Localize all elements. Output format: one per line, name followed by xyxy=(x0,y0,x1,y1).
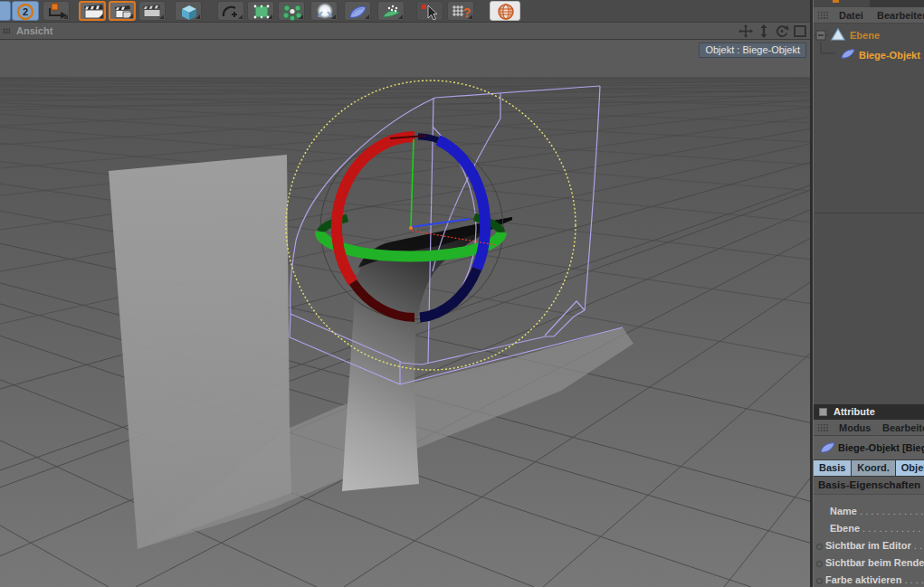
svg-text:2: 2 xyxy=(23,6,28,17)
rotate-icon[interactable] xyxy=(775,24,789,38)
attribute-object-label: Biege-Objekt [Biege] xyxy=(838,442,924,453)
bend-object-icon xyxy=(842,50,854,58)
partial-edge-icon[interactable] xyxy=(0,1,11,21)
add-light-icon[interactable] xyxy=(310,1,338,21)
main-toolbar: 2 xyxy=(0,0,813,23)
panel-grip-icon[interactable] xyxy=(817,11,829,20)
render-active-view-icon[interactable] xyxy=(109,1,136,21)
menu-datei[interactable]: Datei xyxy=(839,10,863,21)
inactive-tab[interactable] xyxy=(870,0,924,7)
plane-object-icon xyxy=(832,29,844,40)
add-particles-icon[interactable] xyxy=(377,1,405,21)
property-row-ebene: Ebene xyxy=(814,520,924,537)
property-row-name: Name xyxy=(814,503,924,520)
internet-globe-icon[interactable] xyxy=(490,1,520,21)
tab-koord[interactable]: Koord. xyxy=(852,460,895,476)
attribute-tabs: Basis Koord. Objekt xyxy=(814,459,924,477)
manager-splitter[interactable] xyxy=(814,213,924,213)
cinema4d-window: 2 xyxy=(0,0,924,587)
object-manager-tree[interactable]: Ebene Biege-Objekt xyxy=(814,24,924,396)
object-manager-tab-strip xyxy=(814,0,924,7)
render-view-icon[interactable] xyxy=(79,1,106,21)
viewport-canvas[interactable] xyxy=(0,40,813,587)
right-panel: Datei Bearbeiten Ebe xyxy=(813,0,924,587)
property-row-sichtbar-beim-rendern: Sichtbar beim Rendern xyxy=(814,554,924,572)
property-row-sichtbar-im-editor: Sichtbar im Editor xyxy=(814,537,924,554)
viewport-object-label: Objekt : Biege-Objekt xyxy=(699,43,806,58)
redo-arrow-icon[interactable] xyxy=(43,1,70,21)
dolly-icon[interactable] xyxy=(757,24,771,38)
pan-icon[interactable] xyxy=(738,24,753,38)
window-icon xyxy=(819,408,827,416)
wall-plane-object[interactable] xyxy=(109,155,291,549)
selection-tool-icon[interactable] xyxy=(416,1,443,21)
grid-help-icon[interactable]: ? xyxy=(447,1,474,21)
keyframe-dot-icon[interactable] xyxy=(816,561,823,567)
panel-grip-icon[interactable] xyxy=(817,423,829,432)
active-tab-marker xyxy=(833,0,839,3)
attribute-properties: Name Ebene Sichtbar im Editor Sichtbar b… xyxy=(814,497,924,587)
add-array-icon[interactable] xyxy=(278,1,305,21)
maximize-icon[interactable] xyxy=(793,24,807,38)
menu-bearbeiten[interactable]: Bearbeiten xyxy=(882,422,924,433)
add-bend-deformer-icon[interactable] xyxy=(344,1,371,21)
bend-object-icon xyxy=(821,443,834,452)
render-settings-icon[interactable] xyxy=(138,1,166,21)
menu-modus[interactable]: Modus xyxy=(839,422,871,433)
menu-ansicht[interactable]: Ansicht xyxy=(16,25,52,36)
circled-2-icon[interactable]: 2 xyxy=(12,1,39,21)
add-hypernurbs-icon[interactable] xyxy=(247,1,274,21)
menu-bearbeiten[interactable]: Bearbeiten xyxy=(877,10,924,21)
keyframe-dot-icon[interactable] xyxy=(816,578,823,584)
attribute-object-row[interactable]: Biege-Objekt [Biege] xyxy=(814,436,924,459)
viewport-menubar: Ansicht xyxy=(0,23,813,40)
section-basis-eigenschaften: Basis-Eigenschaften xyxy=(814,477,924,495)
expand-toggle-icon[interactable] xyxy=(814,31,828,40)
attribute-title: Attribute xyxy=(834,406,875,417)
attribute-manager-menubar: Modus Bearbeiten xyxy=(814,420,924,436)
panel-grip-icon[interactable] xyxy=(3,28,10,34)
object-manager-menubar: Datei Bearbeiten xyxy=(814,7,924,24)
sky xyxy=(0,40,813,78)
attribute-manager-header: Attribute xyxy=(814,404,924,420)
property-row-farbe-aktivieren: Farbe aktivieren xyxy=(814,572,924,587)
tab-objekt[interactable]: Objekt xyxy=(896,460,924,476)
keyframe-dot-icon[interactable] xyxy=(816,544,823,550)
tab-basis[interactable]: Basis xyxy=(814,460,852,476)
add-cube-icon[interactable] xyxy=(175,1,202,21)
add-spline-icon[interactable] xyxy=(217,1,244,21)
